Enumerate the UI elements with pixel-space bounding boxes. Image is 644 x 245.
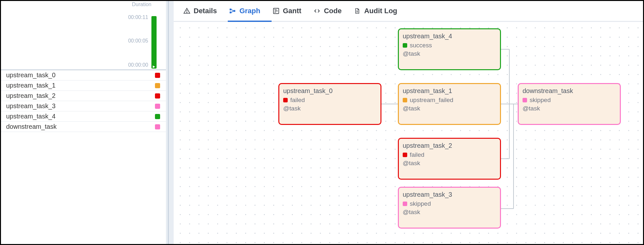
task-row[interactable]: downstream_task [1,122,166,132]
node-meta: @task [403,209,496,216]
axis-tick-1: 00:00:05 [128,38,148,44]
tab-label: Graph [239,7,260,15]
node-status: skipped [403,200,496,207]
task-label: downstream_task [6,123,57,130]
svg-rect-2 [230,9,232,11]
gantt-icon [273,7,280,14]
duration-panel: Duration 00:00:11 00:00:05 00:00:00 ▶ [1,1,166,70]
svg-rect-4 [234,10,235,12]
app-root: Duration 00:00:11 00:00:05 00:00:00 ▶ up… [1,1,643,244]
node-meta: @task [523,105,616,112]
task-label: upstream_task_2 [6,92,55,99]
code-icon [313,7,321,14]
tab-code[interactable]: Code [313,7,341,21]
status-dot-icon [403,153,407,157]
status-dot-icon [403,98,407,102]
duration-bar[interactable] [151,16,157,69]
svg-line-5 [231,9,233,11]
node-title: upstream_task_1 [403,87,496,95]
view-tabs: Details Graph Gantt Code [174,1,643,22]
tab-label: Details [194,7,217,15]
tab-label: Audit Log [364,7,397,15]
graph-icon [229,7,236,14]
node-title: upstream_task_4 [403,33,496,40]
status-chip [155,83,160,88]
node-status: skipped [523,97,616,104]
svg-line-6 [231,11,233,13]
task-label: upstream_task_3 [6,102,55,110]
status-chip [155,124,160,129]
status-dot-icon [283,98,288,102]
tab-details[interactable]: Details [183,7,217,21]
graph-node-upstream-task-1[interactable]: upstream_task_1 upstream_failed @task [398,83,501,125]
status-chip [155,73,160,78]
node-meta: @task [403,50,496,57]
node-meta: @task [403,105,496,112]
node-status: success [403,42,496,49]
node-title: upstream_task_3 [403,191,496,198]
warning-icon [183,7,190,14]
axis-tick-2: 00:00:11 [128,14,148,20]
node-status: failed [403,151,496,158]
node-title: downstream_task [523,87,616,95]
task-row[interactable]: upstream_task_2 [1,91,166,101]
task-row[interactable]: upstream_task_4 [1,111,166,122]
task-row[interactable]: upstream_task_1 [1,80,166,91]
document-icon [354,7,361,14]
play-icon: ▶ [152,64,156,69]
node-meta: @task [403,160,496,167]
task-row[interactable]: upstream_task_0 [1,70,166,80]
node-title: upstream_task_2 [403,142,496,149]
status-chip [155,114,160,119]
tab-label: Code [324,7,341,15]
tab-graph[interactable]: Graph [229,7,260,21]
status-chip [155,104,160,109]
svg-rect-3 [230,12,232,14]
task-label: upstream_task_1 [6,82,55,89]
sidebar: Duration 00:00:11 00:00:05 00:00:00 ▶ up… [1,1,166,244]
graph-node-upstream-task-2[interactable]: upstream_task_2 failed @task [398,138,501,180]
duration-header: Duration [132,2,151,7]
node-status: upstream_failed [403,97,496,104]
main-panel: Details Graph Gantt Code [174,1,643,244]
graph-node-upstream-task-4[interactable]: upstream_task_4 success @task [398,28,501,70]
node-meta: @task [283,105,377,112]
svg-point-1 [187,12,187,13]
axis-tick-0: 00:00:00 [128,62,148,68]
tab-gantt[interactable]: Gantt [273,7,301,21]
status-dot-icon [403,43,407,48]
graph-node-upstream-task-0[interactable]: upstream_task_0 failed @task [278,83,381,125]
status-chip [155,93,160,99]
task-row[interactable]: upstream_task_3 [1,101,166,111]
graph-node-upstream-task-3[interactable]: upstream_task_3 skipped @task [398,187,501,229]
task-list: upstream_task_0 upstream_task_1 upstream… [1,70,166,132]
status-dot-icon [403,202,407,206]
graph-node-downstream-task[interactable]: downstream_task skipped @task [518,83,621,125]
graph-canvas[interactable]: upstream_task_4 success @task upstream_t… [174,22,643,244]
node-status: failed [283,97,377,104]
tab-audit-log[interactable]: Audit Log [354,7,397,21]
task-label: upstream_task_4 [6,113,55,120]
task-label: upstream_task_0 [6,71,55,79]
split-divider[interactable] [166,1,174,244]
status-dot-icon [523,98,527,102]
node-title: upstream_task_0 [283,87,377,95]
tab-label: Gantt [283,7,301,15]
